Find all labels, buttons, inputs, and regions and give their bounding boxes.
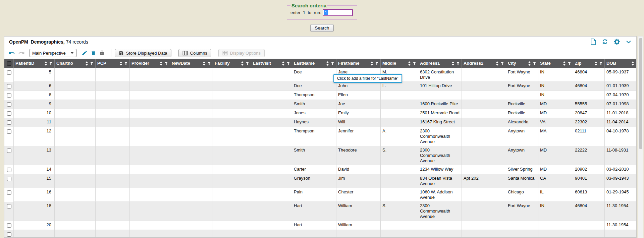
sort-icon[interactable] — [241, 61, 244, 66]
filter-icon[interactable] — [636, 62, 637, 65]
redo-icon[interactable] — [18, 50, 25, 56]
row-checkbox[interactable] — [7, 120, 11, 125]
column-header-address1[interactable]: Address1 — [418, 59, 462, 68]
row-checkbox[interactable] — [7, 70, 11, 75]
lock-icon[interactable] — [99, 50, 105, 56]
cell-middle — [381, 230, 418, 238]
filter-icon[interactable] — [533, 62, 536, 65]
cell-chartno — [55, 230, 96, 238]
cell-state: IN — [538, 202, 573, 221]
column-header-address2[interactable]: Address2 — [462, 59, 506, 68]
filter-icon[interactable] — [124, 62, 128, 65]
row-checkbox[interactable] — [7, 148, 11, 153]
store-displayed-data-button[interactable]: Store Displayed Data — [115, 49, 171, 57]
sort-icon[interactable] — [85, 61, 88, 66]
sort-icon[interactable] — [326, 61, 329, 66]
sort-icon[interactable] — [160, 61, 163, 66]
cell-lastvisit — [251, 146, 292, 165]
sort-icon[interactable] — [203, 61, 206, 66]
row-checkbox[interactable] — [7, 102, 11, 107]
filter-icon[interactable] — [375, 62, 379, 65]
column-header-state[interactable]: State — [538, 59, 573, 68]
filter-icon[interactable] — [456, 62, 460, 65]
columns-button[interactable]: Columns — [178, 49, 211, 57]
sort-icon[interactable] — [631, 61, 634, 66]
search-button[interactable]: Search — [310, 24, 334, 32]
cell-newdate — [170, 68, 213, 82]
cell-facility — [213, 165, 251, 174]
column-header-lastname[interactable]: LastName — [292, 59, 336, 68]
row-checkbox[interactable] — [7, 232, 11, 237]
undo-icon[interactable] — [8, 50, 15, 56]
column-header-city[interactable]: City — [506, 59, 538, 68]
filter-icon[interactable] — [164, 62, 168, 65]
column-header-patientid[interactable]: PatientID — [14, 59, 55, 68]
chevron-down-icon[interactable] — [626, 39, 632, 45]
scrollbar-thumb[interactable] — [639, 38, 642, 149]
row-checkbox[interactable] — [7, 84, 11, 88]
row-checkbox[interactable] — [7, 177, 11, 181]
row-checkbox[interactable] — [7, 223, 11, 228]
cell-pcp — [96, 118, 130, 127]
cell-pcp — [96, 174, 130, 188]
cell-address2 — [462, 109, 506, 118]
row-select-cell — [4, 82, 14, 91]
row-checkbox[interactable] — [7, 111, 11, 116]
delete-trash-icon[interactable] — [91, 50, 96, 56]
display-options-button[interactable]: Display Options — [218, 49, 265, 57]
row-checkbox[interactable] — [7, 204, 11, 209]
edit-pencil-icon[interactable] — [82, 50, 88, 56]
sort-icon[interactable] — [370, 61, 373, 66]
column-header-middle[interactable]: Middle — [381, 59, 418, 68]
filter-icon[interactable] — [413, 62, 416, 65]
cell-address2 — [462, 165, 506, 174]
sort-icon[interactable] — [282, 61, 285, 66]
cell-middle — [381, 221, 418, 230]
row-checkbox[interactable] — [7, 168, 11, 172]
column-header-lastvisit[interactable]: LastVisit — [251, 59, 292, 68]
vertical-scrollbar[interactable] — [638, 36, 643, 238]
cell-patientid: 8 — [14, 91, 55, 100]
sort-icon[interactable] — [119, 61, 122, 66]
column-header-facility[interactable]: Facility — [213, 59, 251, 68]
column-header-firstname[interactable]: FirstName — [336, 59, 381, 68]
select-all-checkbox[interactable] — [7, 61, 11, 66]
column-header-provider[interactable]: Provider — [130, 59, 170, 68]
row-checkbox[interactable] — [7, 93, 11, 98]
cell-lastname — [292, 230, 336, 238]
cell-chartno — [55, 174, 96, 188]
cell-zip: 46804 — [573, 68, 605, 82]
sort-icon[interactable] — [528, 61, 531, 66]
filter-icon[interactable] — [286, 62, 290, 65]
report-page-icon[interactable] — [590, 38, 596, 45]
cell-zip: 46804 — [573, 202, 605, 221]
row-checkbox[interactable] — [7, 190, 11, 195]
filter-icon[interactable] — [599, 62, 603, 65]
filter-icon[interactable] — [246, 62, 249, 65]
sort-icon[interactable] — [563, 61, 566, 66]
sort-icon[interactable] — [496, 61, 499, 66]
column-header-newdate[interactable]: NewDate — [170, 59, 213, 68]
column-header-dob[interactable]: DOB — [605, 59, 637, 68]
filter-icon[interactable] — [500, 62, 504, 65]
perspective-select[interactable]: Main Perspective — [29, 49, 77, 57]
column-header-chartno[interactable]: Chartno — [55, 59, 96, 68]
sort-icon[interactable] — [594, 61, 597, 66]
filter-icon[interactable] — [49, 62, 53, 65]
sort-icon[interactable] — [44, 61, 47, 66]
sort-icon[interactable] — [451, 61, 454, 66]
column-header-zip[interactable]: Zip — [573, 59, 605, 68]
sort-icon[interactable] — [408, 61, 411, 66]
cell-dob: 11-04-2014 — [605, 118, 637, 127]
column-label: Provider — [131, 61, 149, 66]
filter-icon[interactable] — [207, 62, 211, 65]
row-checkbox[interactable] — [7, 129, 11, 134]
filter-icon[interactable] — [568, 62, 571, 65]
refresh-icon[interactable] — [601, 38, 608, 45]
settings-gear-icon[interactable] — [613, 38, 621, 45]
filter-icon[interactable] — [90, 62, 94, 65]
filter-icon[interactable] — [331, 62, 334, 65]
run-input[interactable]: 1 — [323, 9, 353, 16]
cell-address1: 1234 Willow Way — [418, 165, 462, 174]
column-header-pcp[interactable]: PCP — [96, 59, 130, 68]
